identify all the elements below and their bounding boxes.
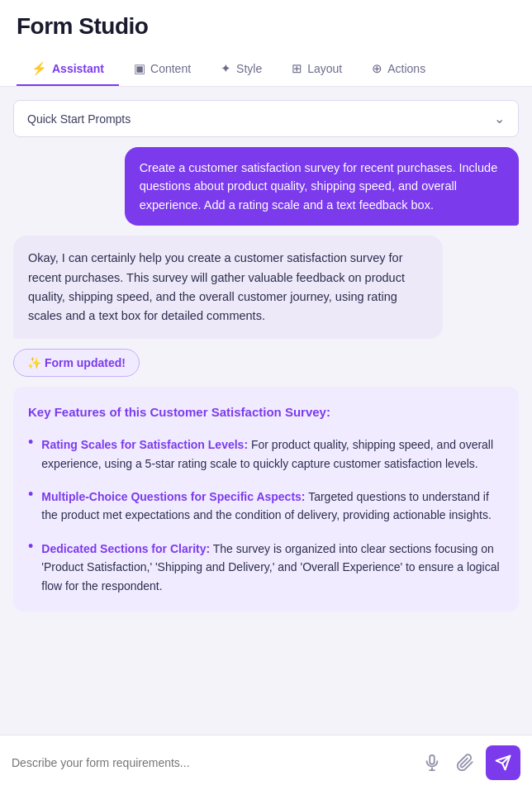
microphone-button[interactable] [420, 750, 444, 775]
tab-content[interactable]: ▣ Content [119, 53, 206, 86]
dropdown-label: Quick Start Prompts [27, 112, 131, 126]
feature-label: Multiple-Choice Questions for Specific A… [41, 490, 305, 503]
send-button[interactable] [486, 745, 520, 780]
message-input[interactable] [12, 753, 411, 773]
quick-start-dropdown[interactable]: Quick Start Prompts ⌄ [13, 100, 519, 137]
actions-icon: ⊕ [372, 61, 382, 76]
user-bubble: Create a customer satisfaction survey fo… [125, 147, 519, 226]
tab-bar: ⚡ Assistant ▣ Content ✦ Style ⊞ Layout ⊕… [17, 53, 515, 86]
assistant-bubble: Okay, I can certainly help you create a … [13, 236, 443, 339]
feature-label: Rating Scales for Satisfaction Levels: [41, 438, 248, 451]
paperclip-icon [456, 754, 474, 772]
feature-text: Multiple-Choice Questions for Specific A… [41, 488, 504, 525]
send-icon [495, 754, 511, 771]
chevron-down-icon: ⌄ [494, 111, 505, 126]
features-list: • Rating Scales for Satisfaction Levels:… [28, 435, 504, 595]
attach-button[interactable] [453, 750, 477, 775]
feature-text: Rating Scales for Satisfaction Levels: F… [41, 435, 504, 473]
features-title: Key Features of this Customer Satisfacti… [28, 403, 504, 421]
layout-icon: ⊞ [292, 61, 302, 76]
bullet-icon: • [28, 538, 33, 555]
features-card: Key Features of this Customer Satisfacti… [13, 387, 519, 612]
style-icon: ✦ [221, 61, 231, 76]
svg-rect-0 [430, 755, 435, 764]
app-title: Form Studio [17, 13, 515, 40]
feature-text: Dedicated Sections for Clarity: The surv… [41, 540, 504, 595]
content-icon: ▣ [134, 61, 145, 76]
feature-label: Dedicated Sections for Clarity: [41, 542, 210, 555]
main-content: Quick Start Prompts ⌄ Create a customer … [0, 87, 532, 790]
list-item: • Dedicated Sections for Clarity: The su… [28, 540, 504, 595]
messages-area: Create a customer satisfaction survey fo… [13, 147, 519, 612]
microphone-icon [423, 754, 441, 772]
assistant-message: Okay, I can certainly help you create a … [13, 236, 519, 339]
form-updated-badge[interactable]: ✨ Form updated! [13, 349, 519, 377]
list-item: • Rating Scales for Satisfaction Levels:… [28, 435, 504, 473]
tab-actions[interactable]: ⊕ Actions [357, 53, 440, 86]
list-item: • Multiple-Choice Questions for Specific… [28, 488, 504, 525]
user-message: Create a customer satisfaction survey fo… [13, 147, 519, 226]
bullet-icon: • [28, 434, 33, 451]
tab-style[interactable]: ✦ Style [206, 53, 277, 86]
tab-assistant[interactable]: ⚡ Assistant [17, 53, 119, 86]
input-bar [0, 735, 532, 790]
bullet-icon: • [28, 486, 33, 503]
assistant-icon: ⚡ [31, 61, 47, 76]
tab-layout[interactable]: ⊞ Layout [277, 53, 357, 86]
header: Form Studio ⚡ Assistant ▣ Content ✦ Styl… [0, 0, 532, 87]
